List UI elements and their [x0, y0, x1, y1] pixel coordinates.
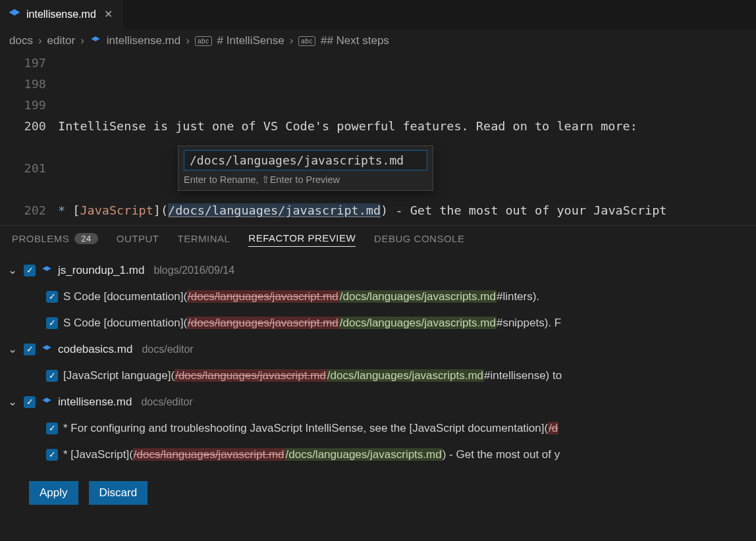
added-text: /docs/languages/javascripts.md [285, 448, 443, 461]
change-text: S Code [documentation](/docs/languages/j… [63, 284, 539, 310]
rename-hint: Enter to Rename, ⇧Enter to Preview [184, 170, 427, 185]
deleted-text: /docs/languages/javascript.md [187, 290, 339, 303]
added-text: /docs/languages/javascripts.md [327, 369, 484, 382]
bottom-panel: PROBLEMS 24 OUTPUT TERMINAL REFACTOR PRE… [0, 225, 756, 517]
added-text: /docs/languages/javascripts.md [339, 317, 497, 329]
chevron-down-icon[interactable]: ⌄ [7, 257, 18, 284]
tab-terminal[interactable]: TERMINAL [178, 233, 230, 247]
file-group[interactable]: ⌄✓js_roundup_1.mdblogs/2016/09/14 [7, 257, 749, 284]
file-path: blogs/2016/09/14 [153, 257, 234, 284]
problems-count-badge: 24 [74, 233, 97, 244]
tab-title: intellisense.md [26, 9, 96, 20]
chevron-right-icon: › [186, 34, 190, 47]
file-group[interactable]: ⌄✓codebasics.mddocs/editor [7, 336, 749, 363]
change-item[interactable]: ✓S Code [documentation](/docs/languages/… [7, 310, 749, 336]
breadcrumb[interactable]: docs › editor › intellisense.md › abc # … [0, 29, 756, 53]
breadcrumb-item[interactable]: ## Next steps [321, 34, 389, 47]
change-item[interactable]: ✓* [JavaScript](/docs/languages/javascri… [7, 442, 749, 468]
checkbox-icon[interactable]: ✓ [24, 396, 36, 408]
code-editor[interactable]: 197 198 199 200 201 202 203 IntelliSense… [0, 53, 756, 225]
change-text: S Code [documentation](/docs/languages/j… [63, 310, 561, 336]
file-path: docs/editor [141, 389, 192, 415]
breadcrumb-item[interactable]: docs [9, 34, 33, 47]
deleted-text: /docs/languages/javascript.md [187, 317, 339, 329]
panel-tab-bar: PROBLEMS 24 OUTPUT TERMINAL REFACTOR PRE… [0, 226, 756, 253]
close-icon[interactable]: ✕ [101, 7, 115, 22]
apply-button[interactable]: Apply [29, 481, 78, 505]
chevron-down-icon[interactable]: ⌄ [7, 336, 18, 363]
symbol-string-icon: abc [298, 36, 315, 46]
change-item[interactable]: ✓S Code [documentation](/docs/languages/… [7, 284, 749, 310]
deleted-text: /d [548, 422, 558, 434]
line-number-gutter: 197 198 199 200 201 202 203 [0, 53, 58, 225]
code-content[interactable]: IntelliSense is just one of VS Code's po… [58, 53, 756, 225]
chevron-right-icon: › [290, 34, 294, 47]
tab-output[interactable]: OUTPUT [117, 233, 159, 247]
checkbox-icon[interactable]: ✓ [24, 265, 36, 276]
markdown-icon [41, 265, 53, 276]
checkbox-icon[interactable]: ✓ [46, 370, 58, 382]
tab-debug-console[interactable]: DEBUG CONSOLE [374, 233, 464, 247]
breadcrumb-item[interactable]: editor [47, 34, 76, 47]
editor-tab-intellisense[interactable]: intellisense.md ✕ [0, 0, 123, 29]
checkbox-icon[interactable]: ✓ [46, 423, 58, 434]
tab-refactor-preview[interactable]: REFACTOR PREVIEW [248, 232, 356, 247]
markdown-icon [41, 344, 53, 355]
file-group[interactable]: ⌄✓intellisense.mddocs/editor [7, 389, 749, 415]
checkbox-icon[interactable]: ✓ [46, 291, 58, 303]
chevron-right-icon: › [38, 34, 42, 47]
change-text: [JavaScript language](/docs/languages/ja… [63, 363, 562, 389]
rename-input[interactable] [184, 150, 427, 170]
markdown-icon [8, 8, 21, 21]
markdown-icon [90, 35, 101, 47]
change-text: * For configuring and troubleshooting Ja… [63, 415, 558, 442]
file-name: intellisense.md [58, 389, 132, 415]
chevron-down-icon[interactable]: ⌄ [7, 389, 18, 415]
checkbox-icon[interactable]: ✓ [46, 317, 58, 329]
change-item[interactable]: ✓[JavaScript language](/docs/languages/j… [7, 363, 749, 389]
file-name: codebasics.md [58, 336, 132, 363]
file-name: js_roundup_1.md [58, 257, 144, 284]
tab-problems[interactable]: PROBLEMS 24 [12, 233, 98, 247]
breadcrumb-item[interactable]: # IntelliSense [217, 34, 284, 47]
rename-popup: Enter to Rename, ⇧Enter to Preview [178, 145, 433, 191]
tab-bar: intellisense.md ✕ [0, 0, 756, 29]
added-text: /docs/languages/javascripts.md [339, 290, 497, 303]
refactor-actions: Apply Discard [0, 476, 756, 517]
discard-button[interactable]: Discard [89, 481, 148, 505]
markdown-icon [41, 396, 53, 408]
checkbox-icon[interactable]: ✓ [46, 449, 58, 461]
file-path: docs/editor [142, 336, 193, 363]
checkbox-icon[interactable]: ✓ [24, 344, 36, 355]
breadcrumb-item[interactable]: intellisense.md [107, 34, 180, 47]
symbol-string-icon: abc [195, 36, 212, 46]
refactor-tree[interactable]: ⌄✓js_roundup_1.mdblogs/2016/09/14✓S Code… [0, 253, 756, 476]
change-item[interactable]: ✓* For configuring and troubleshooting J… [7, 415, 749, 442]
deleted-text: /docs/languages/javascript.md [175, 369, 327, 382]
deleted-text: /docs/languages/javascript.md [133, 448, 285, 461]
change-text: * [JavaScript](/docs/languages/javascrip… [63, 442, 560, 468]
chevron-right-icon: › [80, 34, 84, 47]
